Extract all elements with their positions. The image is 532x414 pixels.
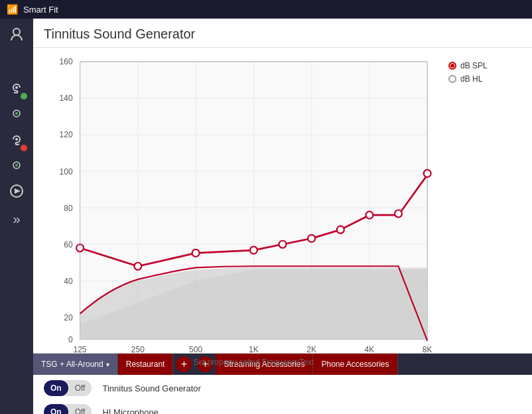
svg-text:140: 140	[60, 94, 73, 103]
svg-text:160: 160	[60, 57, 73, 66]
svg-point-3	[15, 112, 18, 115]
svg-text:1K: 1K	[249, 345, 259, 354]
svg-point-53	[424, 170, 431, 177]
app-icon: 📶	[7, 4, 18, 15]
svg-point-50	[337, 226, 344, 234]
tsg-toggle[interactable]: On Off	[44, 380, 92, 396]
svg-text:20: 20	[64, 313, 73, 322]
svg-point-1	[15, 86, 18, 89]
svg-text:500: 500	[189, 345, 202, 354]
tab-phone-label: Phone Accessories	[321, 360, 389, 369]
svg-text:0: 0	[68, 335, 73, 344]
svg-point-6	[15, 164, 18, 167]
svg-point-46	[192, 249, 200, 257]
mic-toggle-off[interactable]: Off	[68, 404, 92, 414]
sidebar-item-left-ear[interactable]	[5, 77, 29, 101]
svg-text:100: 100	[60, 167, 73, 176]
content-area: Tinnitus Sound Generator dB SPL	[33, 19, 532, 414]
right-ear-status-dot	[21, 145, 27, 151]
bottom-controls-row1: On Off Tinnitus Sound Generator	[33, 375, 532, 401]
tab-add-button-1[interactable]: +	[176, 356, 192, 372]
svg-text:40: 40	[64, 277, 73, 286]
svg-text:125: 125	[74, 345, 87, 354]
svg-point-0	[13, 29, 20, 35]
sidebar-group-right	[5, 129, 29, 178]
sidebar-item-play[interactable]	[5, 180, 29, 204]
chart-container: dB SPL	[33, 48, 532, 353]
chart-wrapper: dB SPL	[44, 54, 521, 346]
svg-point-48	[279, 241, 287, 248]
sidebar-item-right-indicator	[5, 154, 29, 178]
sidebar-item-fitting[interactable]	[5, 50, 29, 74]
legend-radio-spl[interactable]	[448, 62, 456, 70]
legend-item-spl[interactable]: dB SPL	[448, 61, 515, 70]
sidebar: »	[0, 19, 33, 414]
sidebar-group-left	[5, 77, 29, 126]
mic-off-label: Off	[75, 407, 86, 414]
legend-radio-hl[interactable]	[448, 75, 456, 83]
tab-tsg-label: TSG + All-Around	[41, 360, 103, 369]
mic-control-label: HI Microphone	[102, 407, 159, 414]
legend-label-hl: dB HL	[460, 74, 482, 84]
svg-point-44	[76, 244, 84, 251]
svg-text:60: 60	[64, 240, 73, 249]
svg-text:80: 80	[64, 204, 73, 213]
page-title: Tinnitus Sound Generator	[44, 27, 521, 42]
app-title: Smart Fit	[23, 5, 58, 15]
chart-legend: dB SPL dB HL	[442, 54, 521, 346]
tsg-on-label: On	[50, 383, 62, 393]
sidebar-item-left-indicator	[5, 102, 29, 126]
legend-item-hl[interactable]: dB HL	[448, 74, 515, 84]
svg-marker-8	[15, 188, 21, 194]
svg-text:250: 250	[131, 345, 145, 354]
chart-svg: dB SPL	[44, 54, 442, 346]
chart-main: dB SPL	[44, 54, 442, 346]
tsg-toggle-on[interactable]: On	[44, 380, 68, 396]
mic-on-label: On	[50, 407, 62, 414]
svg-text:2K: 2K	[306, 345, 316, 354]
legend-label-spl: dB SPL	[460, 61, 488, 70]
svg-text:8K: 8K	[423, 345, 432, 354]
mic-toggle[interactable]: On Off	[44, 404, 92, 414]
sidebar-item-patient[interactable]	[5, 24, 29, 48]
svg-text:120: 120	[60, 130, 73, 139]
tab-restaurant-label: Restaurant	[126, 360, 165, 369]
tsg-toggle-group: On Off	[44, 380, 92, 396]
bottom-controls-row2: On Off HI Microphone	[33, 401, 532, 414]
left-ear-status-dot	[21, 93, 27, 100]
tab-phone[interactable]: Phone Accessories	[313, 354, 397, 375]
page-header: Tinnitus Sound Generator	[33, 19, 532, 48]
sidebar-item-right-ear[interactable]	[5, 129, 29, 153]
more-icon: »	[13, 212, 20, 227]
tab-tsg[interactable]: TSG + All-Around ▾	[33, 354, 118, 375]
svg-point-45	[134, 263, 141, 270]
tsg-off-label: Off	[75, 383, 86, 393]
title-bar: 📶 Smart Fit	[0, 0, 532, 19]
svg-point-4	[15, 138, 18, 141]
mic-toggle-group: On Off	[44, 404, 92, 414]
patient-icon	[9, 27, 24, 45]
main-layout: » Tinnitus Sound Generator dB SPL	[0, 19, 532, 414]
svg-point-51	[366, 212, 373, 219]
svg-text:4K: 4K	[365, 345, 375, 354]
tab-restaurant[interactable]: Restaurant	[118, 354, 174, 375]
mic-toggle-on[interactable]: On	[44, 404, 68, 414]
svg-point-47	[250, 247, 257, 254]
svg-point-49	[308, 235, 315, 242]
sidebar-item-more[interactable]: »	[5, 207, 29, 231]
fitting-icon	[9, 54, 24, 72]
svg-point-52	[395, 210, 402, 217]
play-icon	[9, 184, 24, 201]
svg-text:Set property called FrequencyT: Set property called FrequencyText	[193, 358, 314, 367]
tsg-toggle-off[interactable]: Off	[68, 380, 92, 396]
tsg-control-label: Tinnitus Sound Generator	[102, 383, 200, 393]
